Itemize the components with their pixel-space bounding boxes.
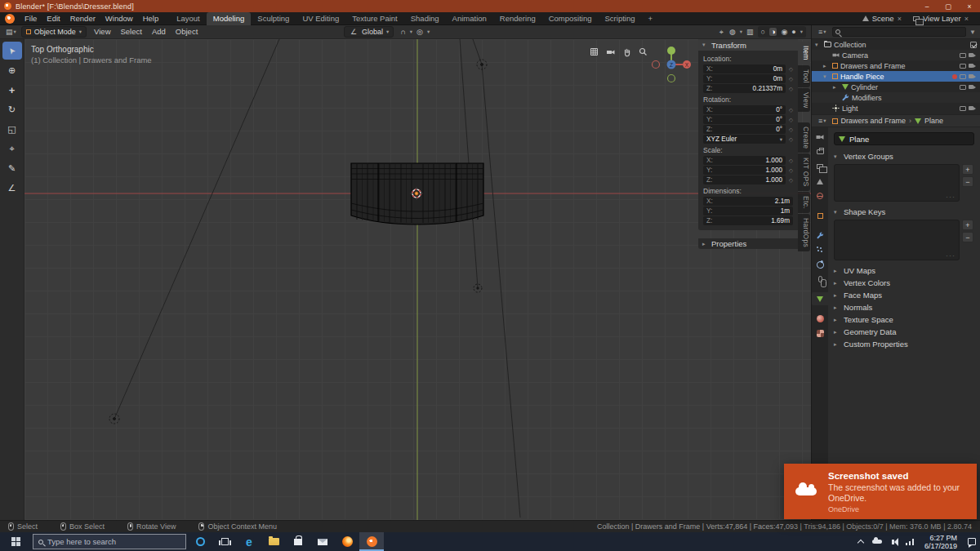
annotate-tool[interactable]: ✎	[2, 159, 22, 177]
animate-icon[interactable]: ◇	[786, 107, 793, 113]
rotation-mode-dropdown[interactable]: XYZ Euler▾	[703, 135, 786, 144]
section-vertex-colors[interactable]: ▸Vertex Colors	[834, 277, 974, 289]
hide-render-icon[interactable]	[969, 64, 973, 68]
outliner-item-light[interactable]: Light	[812, 103, 980, 113]
tab-modifier-properties[interactable]	[812, 229, 828, 242]
workspace-tab-rendering[interactable]: Rendering	[493, 12, 542, 25]
dimensions-z-field[interactable]: Z:1.69m	[703, 216, 793, 225]
hide-viewport-icon[interactable]	[960, 106, 966, 111]
animate-icon[interactable]: ◇	[786, 76, 793, 82]
add-vertex-group-button[interactable]: +	[962, 164, 973, 175]
tab-object-properties[interactable]	[812, 209, 828, 222]
blender-logo-icon[interactable]	[5, 14, 15, 24]
expand-arrow-icon[interactable]: ▾	[823, 73, 830, 80]
firefox-button[interactable]	[335, 532, 359, 551]
animate-icon[interactable]: ◇	[786, 158, 793, 164]
expand-arrow-icon[interactable]: ▾	[815, 42, 822, 48]
add-workspace-button[interactable]: +	[641, 12, 659, 25]
tab-view-layer-properties[interactable]	[812, 160, 828, 173]
taskbar-search[interactable]	[33, 534, 186, 549]
workspace-tab-shading[interactable]: Shading	[404, 12, 446, 25]
outliner-item-drawers-and-frame[interactable]: ▸ Drawers and Frame	[812, 60, 980, 71]
sidebar-tab-item[interactable]: Item	[798, 42, 810, 64]
expand-arrow-icon[interactable]: ▸	[823, 63, 830, 69]
add-shape-key-button[interactable]: +	[962, 220, 973, 230]
animate-icon[interactable]: ◇	[786, 117, 793, 123]
overlays-options-icon[interactable]: ▾	[740, 29, 742, 35]
menu-add[interactable]: Add	[147, 25, 171, 38]
onedrive-tray-button[interactable]	[869, 532, 885, 551]
remove-vertex-group-button[interactable]: −	[962, 176, 973, 187]
breadcrumb-object[interactable]: Drawers and Frame	[841, 117, 906, 125]
search-input[interactable]	[47, 537, 162, 546]
shape-keys-list[interactable]: ···	[834, 220, 960, 260]
network-button[interactable]	[902, 532, 918, 551]
rotation-y-field[interactable]: Y:0°	[703, 115, 786, 124]
rotation-z-field[interactable]: Z:0°	[703, 125, 786, 134]
tab-physics-properties[interactable]	[812, 258, 828, 271]
sidebar-tab-etc[interactable]: Etc.	[798, 192, 810, 213]
tab-particle-properties[interactable]	[812, 243, 828, 256]
workspace-tab-layout[interactable]: Layout	[170, 12, 207, 25]
animate-icon[interactable]: ◇	[786, 136, 793, 143]
menu-object[interactable]: Object	[171, 25, 203, 38]
sidebar-tab-kit-ops[interactable]: KIT OPS	[798, 153, 810, 190]
pan-hand-icon[interactable]	[621, 46, 633, 58]
breadcrumb-data[interactable]: Plane	[924, 117, 943, 125]
volume-button[interactable]	[885, 532, 902, 551]
cortana-button[interactable]	[188, 532, 212, 551]
sidebar-tab-hardops[interactable]: HardOps	[798, 214, 810, 251]
navigation-gizmo[interactable]: X Z	[643, 42, 702, 87]
snap-options-icon[interactable]: ▾	[410, 29, 412, 35]
outliner-item-handle-piece[interactable]: ▾ Handle Piece	[812, 71, 980, 82]
task-view-button[interactable]	[212, 532, 237, 551]
edge-taskbar-button[interactable]: e	[237, 532, 261, 551]
section-texture-space[interactable]: ▸Texture Space	[834, 313, 974, 326]
collection-checkbox[interactable]	[970, 42, 977, 48]
hide-render-icon[interactable]	[969, 53, 973, 57]
animate-icon[interactable]: ◇	[786, 66, 793, 73]
workspace-tab-animation[interactable]: Animation	[446, 12, 493, 25]
proportional-falloff-icon[interactable]: ▾	[427, 29, 430, 35]
section-geometry-data[interactable]: ▸Geometry Data	[834, 326, 974, 338]
section-normals[interactable]: ▸Normals	[834, 301, 974, 313]
file-explorer-button[interactable]	[261, 532, 286, 551]
scene-selector[interactable]: Scene ×	[862, 14, 902, 23]
section-face-maps[interactable]: ▸Face Maps	[834, 289, 974, 301]
blender-taskbar-button[interactable]	[359, 532, 384, 551]
snap-magnet-icon[interactable]: ∩	[399, 28, 407, 36]
outliner-item-cylinder[interactable]: ▸ Cylinder	[812, 82, 980, 92]
unlink-view-layer-icon[interactable]: ×	[964, 15, 969, 23]
editor-type-icon[interactable]: ▤▾	[3, 28, 19, 36]
outliner-editor-icon[interactable]: ≡▾	[816, 28, 829, 36]
dimensions-y-field[interactable]: Y:1m	[703, 207, 793, 216]
restrict-icon[interactable]	[952, 74, 957, 79]
minimize-button[interactable]: –	[916, 0, 938, 12]
animate-icon[interactable]: ◇	[786, 127, 793, 133]
select-box-tool[interactable]: ➤	[2, 42, 22, 60]
animate-icon[interactable]: ◇	[786, 177, 793, 184]
location-x-field[interactable]: X:0m	[703, 64, 786, 73]
tab-constraint-properties[interactable]	[812, 273, 828, 286]
scale-y-field[interactable]: Y:1.000	[703, 166, 786, 175]
hide-viewport-icon[interactable]	[960, 74, 966, 79]
tab-world-properties[interactable]	[812, 189, 828, 202]
section-custom-properties[interactable]: ▸Custom Properties	[834, 338, 974, 350]
action-center-button[interactable]	[964, 532, 980, 551]
dimensions-x-field[interactable]: X:2.1m	[703, 197, 793, 206]
wireframe-shading-icon[interactable]: ○	[761, 28, 765, 36]
section-shape-keys[interactable]: ▾Shape Keys	[834, 206, 974, 218]
mail-button[interactable]	[310, 532, 335, 551]
store-button[interactable]	[286, 532, 310, 551]
tab-output-properties[interactable]	[812, 145, 828, 158]
proportional-editing-icon[interactable]: ◎	[415, 28, 425, 36]
menu-edit[interactable]: Edit	[42, 12, 65, 25]
unlink-scene-icon[interactable]: ×	[898, 15, 902, 23]
rotation-x-field[interactable]: X:0°	[703, 105, 786, 114]
shading-options-icon[interactable]: ▾	[800, 29, 803, 35]
section-uv-maps[interactable]: ▸UV Maps	[834, 264, 974, 277]
transform-tool[interactable]: ⌖	[2, 140, 22, 158]
tray-expand-button[interactable]	[853, 532, 869, 551]
section-vertex-groups[interactable]: ▾Vertex Groups	[834, 150, 974, 162]
outliner-filter-icon[interactable]: ▼	[969, 29, 976, 36]
